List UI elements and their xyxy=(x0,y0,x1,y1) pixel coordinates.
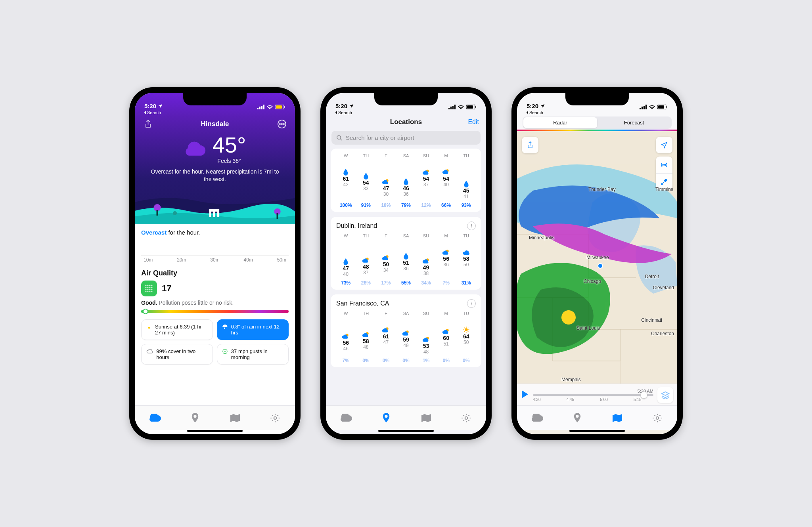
tab-settings[interactable] xyxy=(649,410,665,426)
hero-main: 45° Feels 38° Overcast for the hour. Nea… xyxy=(135,132,295,186)
day-column[interactable]: 58 48 xyxy=(356,323,376,355)
timeline-knob[interactable] xyxy=(640,391,647,399)
day-column[interactable]: 61 47 xyxy=(376,323,396,355)
day-column[interactable]: 60 51 xyxy=(437,323,456,355)
location-card-sf[interactable]: San Francisco, CAi WTHFSASUMTU 56 46 58 … xyxy=(331,294,481,367)
weather-icon xyxy=(437,245,456,256)
day-column[interactable]: 59 49 xyxy=(396,323,416,355)
battery-icon xyxy=(657,105,668,109)
tab-locations[interactable] xyxy=(569,410,585,426)
tile-rain[interactable]: 0.8" of rain in next 12 hrs xyxy=(217,319,289,340)
svg-rect-18 xyxy=(277,213,278,219)
locate-button[interactable] xyxy=(656,137,672,153)
air-quality-section[interactable]: Air Quality 17 Good. Pollution poses lit… xyxy=(135,267,295,318)
day-column[interactable]: 54 33 xyxy=(356,165,376,199)
svg-point-70 xyxy=(664,164,665,166)
location-card-current[interactable]: WTHFSASUMTU 61 42 54 33 47 30 46 36 54 3… xyxy=(331,149,481,212)
screen-weather: 5:20 Search Hinsdale xyxy=(135,93,295,434)
tab-forecast[interactable] xyxy=(147,410,163,426)
back-link[interactable]: Search xyxy=(517,110,677,116)
day-label: F xyxy=(376,233,396,238)
tab-settings[interactable] xyxy=(458,410,474,426)
tile-clouds[interactable]: 99% cover in two hours xyxy=(141,344,213,365)
battery-icon xyxy=(275,105,285,109)
wifi-icon xyxy=(649,105,655,109)
tab-forecast[interactable] xyxy=(338,410,354,426)
cloud-small-icon xyxy=(146,348,153,354)
day-column[interactable]: 47 40 xyxy=(336,245,356,277)
hero-header: 5:20 Search Hinsdale xyxy=(135,93,295,224)
home-indicator[interactable] xyxy=(378,430,434,432)
day-column[interactable]: 49 38 xyxy=(416,245,436,277)
day-high: 45 xyxy=(456,187,476,194)
back-link[interactable]: Search xyxy=(326,110,486,116)
city-name: Dublin, Ireland xyxy=(336,222,377,229)
radar-map[interactable]: Thunder Bay Timmins Minneapolis Milwauke… xyxy=(517,131,677,405)
tab-map[interactable] xyxy=(609,410,625,426)
day-label: SA xyxy=(396,311,416,316)
day-column[interactable]: 45 41 xyxy=(456,165,476,199)
more-button[interactable] xyxy=(276,118,288,130)
day-column[interactable]: 50 34 xyxy=(376,245,396,277)
tab-settings[interactable] xyxy=(267,410,283,426)
day-column[interactable]: 53 48 xyxy=(416,323,436,355)
day-column[interactable]: 46 36 xyxy=(396,165,416,199)
svg-rect-45 xyxy=(475,106,476,108)
tile-wind[interactable]: 37 mph gusts in morning xyxy=(217,344,289,365)
day-column[interactable]: 58 50 xyxy=(456,245,476,277)
location-card-dublin[interactable]: Dublin, Irelandi WTHFSASUMTU 47 40 48 37… xyxy=(331,217,481,290)
temperature: 45° xyxy=(213,134,246,156)
tab-locations[interactable] xyxy=(187,410,203,426)
tab-forecast[interactable] xyxy=(529,410,545,426)
svg-point-69 xyxy=(561,310,576,325)
map-city-label: Timmins xyxy=(655,187,673,192)
info-button[interactable]: i xyxy=(467,299,476,308)
layers-button[interactable] xyxy=(657,387,673,403)
status-time: 5:20 xyxy=(335,103,347,109)
day-precip-pct: 0% xyxy=(437,358,456,363)
day-column[interactable]: 54 40 xyxy=(437,165,456,199)
status-right xyxy=(640,105,668,109)
day-precip-pct: 0% xyxy=(376,358,396,363)
map-tab-icon xyxy=(421,414,431,422)
back-link[interactable]: Search xyxy=(135,110,295,116)
day-column[interactable]: 61 42 xyxy=(336,165,356,199)
tab-map[interactable] xyxy=(227,410,243,426)
aq-value: 17 xyxy=(162,283,171,294)
stations-button[interactable] xyxy=(656,157,672,173)
day-column[interactable]: 64 50 xyxy=(456,323,476,355)
info-button[interactable]: i xyxy=(467,221,476,230)
share-button[interactable] xyxy=(522,137,538,153)
timeline-track-wrap[interactable]: 5:20 AM 4:30 4:45 5:00 5:15 xyxy=(533,389,653,402)
search-input[interactable]: Search for a city or airport xyxy=(331,131,481,145)
day-column[interactable]: 47 30 xyxy=(376,165,396,199)
home-indicator[interactable] xyxy=(187,430,243,432)
seg-forecast[interactable]: Forecast xyxy=(597,117,671,128)
svg-rect-63 xyxy=(642,107,643,109)
day-column[interactable]: 54 37 xyxy=(416,165,436,199)
day-label: SU xyxy=(416,233,436,238)
day-column[interactable]: 51 36 xyxy=(396,245,416,277)
tab-map[interactable] xyxy=(418,410,434,426)
axis-tick: 10m xyxy=(144,257,153,263)
play-button[interactable] xyxy=(521,390,529,400)
precip-chart[interactable] xyxy=(141,240,289,256)
day-column[interactable]: 56 36 xyxy=(437,245,456,277)
day-column[interactable]: 56 46 xyxy=(336,323,356,355)
day-precip-pct: 7% xyxy=(336,358,356,363)
home-indicator[interactable] xyxy=(569,430,625,432)
tile-sunrise[interactable]: Sunrise at 6:39 (1 hr 27 mins) xyxy=(141,319,213,340)
share-button[interactable] xyxy=(142,118,154,130)
edit-button[interactable]: Edit xyxy=(468,118,479,126)
seg-radar[interactable]: Radar xyxy=(523,117,597,128)
location-list[interactable]: WTHFSASUMTU 61 42 54 33 47 30 46 36 54 3… xyxy=(326,149,486,405)
tab-locations[interactable] xyxy=(378,410,394,426)
day-low: 37 xyxy=(416,182,436,187)
timeline-track[interactable] xyxy=(533,394,653,396)
weather-icon xyxy=(336,165,356,176)
day-column[interactable]: 48 37 xyxy=(356,245,376,277)
day-high: 54 xyxy=(356,179,376,186)
back-label: Search xyxy=(529,110,543,115)
notch xyxy=(374,93,438,105)
weather-icon xyxy=(396,326,416,336)
